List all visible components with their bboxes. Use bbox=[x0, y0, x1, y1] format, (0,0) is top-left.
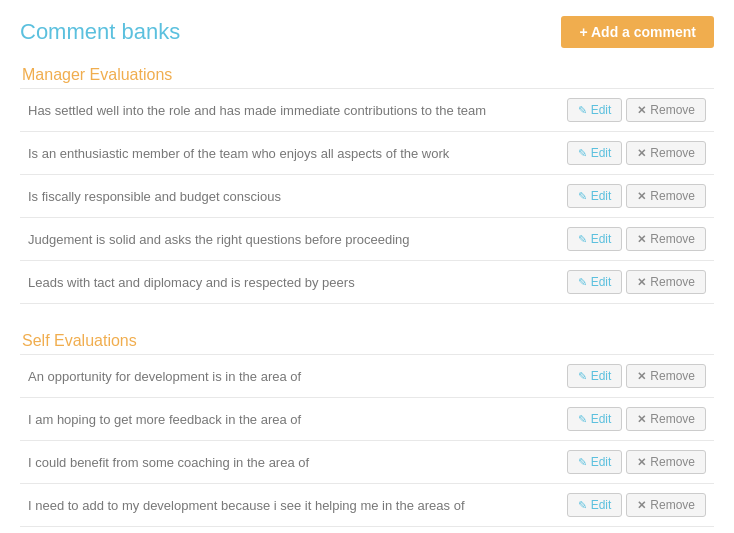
comment-text: Judgement is solid and asks the right qu… bbox=[20, 218, 555, 261]
remove-icon: ✕ bbox=[637, 413, 646, 426]
section-spacer bbox=[20, 324, 714, 332]
comment-text: An opportunity for development is in the… bbox=[20, 355, 555, 398]
edit-label: Edit bbox=[591, 146, 612, 160]
table-row: Has settled well into the role and has m… bbox=[20, 89, 714, 132]
remove-label: Remove bbox=[650, 455, 695, 469]
remove-button[interactable]: ✕Remove bbox=[626, 450, 706, 474]
remove-label: Remove bbox=[650, 369, 695, 383]
comment-text: Is an enthusiastic member of the team wh… bbox=[20, 132, 555, 175]
remove-icon: ✕ bbox=[637, 104, 646, 117]
comment-text: Has settled well into the role and has m… bbox=[20, 89, 555, 132]
remove-label: Remove bbox=[650, 275, 695, 289]
remove-label: Remove bbox=[650, 146, 695, 160]
edit-icon: ✎ bbox=[578, 233, 587, 246]
remove-label: Remove bbox=[650, 412, 695, 426]
comment-actions: ✎Edit✕Remove bbox=[555, 89, 714, 132]
comment-text: I need to add to my development because … bbox=[20, 484, 555, 527]
comment-actions: ✎Edit✕Remove bbox=[555, 218, 714, 261]
comment-actions: ✎Edit✕Remove bbox=[555, 355, 714, 398]
edit-button[interactable]: ✎Edit bbox=[567, 364, 623, 388]
remove-icon: ✕ bbox=[637, 499, 646, 512]
section-self-evaluations: Self EvaluationsAn opportunity for devel… bbox=[20, 332, 714, 533]
remove-label: Remove bbox=[650, 232, 695, 246]
edit-icon: ✎ bbox=[578, 276, 587, 289]
comment-actions: ✎Edit✕Remove bbox=[555, 398, 714, 441]
edit-button[interactable]: ✎Edit bbox=[567, 493, 623, 517]
table-row: I could benefit from some coaching in th… bbox=[20, 441, 714, 484]
remove-icon: ✕ bbox=[637, 370, 646, 383]
remove-label: Remove bbox=[650, 498, 695, 512]
edit-label: Edit bbox=[591, 275, 612, 289]
comment-text: Leads with tact and diplomacy and is res… bbox=[20, 261, 555, 304]
table-row: I am hoping to get more feedback in the … bbox=[20, 398, 714, 441]
remove-button[interactable]: ✕Remove bbox=[626, 98, 706, 122]
remove-label: Remove bbox=[650, 103, 695, 117]
edit-button[interactable]: ✎Edit bbox=[567, 227, 623, 251]
edit-label: Edit bbox=[591, 103, 612, 117]
edit-icon: ✎ bbox=[578, 456, 587, 469]
table-row: I need to add to my development because … bbox=[20, 484, 714, 527]
remove-icon: ✕ bbox=[637, 147, 646, 160]
page-title: Comment banks bbox=[20, 19, 180, 45]
edit-icon: ✎ bbox=[578, 190, 587, 203]
edit-label: Edit bbox=[591, 369, 612, 383]
edit-button[interactable]: ✎Edit bbox=[567, 141, 623, 165]
remove-button[interactable]: ✕Remove bbox=[626, 184, 706, 208]
remove-icon: ✕ bbox=[637, 456, 646, 469]
table-row: I need to ask for help more often, parti… bbox=[20, 527, 714, 534]
comment-actions: ✎Edit✕Remove bbox=[555, 261, 714, 304]
remove-icon: ✕ bbox=[637, 233, 646, 246]
edit-icon: ✎ bbox=[578, 499, 587, 512]
comment-text: Is fiscally responsible and budget consc… bbox=[20, 175, 555, 218]
remove-button[interactable]: ✕Remove bbox=[626, 270, 706, 294]
table-row: An opportunity for development is in the… bbox=[20, 355, 714, 398]
edit-icon: ✎ bbox=[578, 104, 587, 117]
page-header: Comment banks + Add a comment bbox=[20, 16, 714, 48]
remove-button[interactable]: ✕Remove bbox=[626, 227, 706, 251]
section-title-manager-evaluations: Manager Evaluations bbox=[20, 66, 714, 84]
edit-label: Edit bbox=[591, 189, 612, 203]
remove-button[interactable]: ✕Remove bbox=[626, 141, 706, 165]
edit-label: Edit bbox=[591, 455, 612, 469]
comment-actions: ✎Edit✕Remove bbox=[555, 484, 714, 527]
edit-button[interactable]: ✎Edit bbox=[567, 407, 623, 431]
edit-icon: ✎ bbox=[578, 370, 587, 383]
comment-text: I need to ask for help more often, parti… bbox=[20, 527, 555, 534]
table-row: Is fiscally responsible and budget consc… bbox=[20, 175, 714, 218]
section-title-self-evaluations: Self Evaluations bbox=[20, 332, 714, 350]
comment-table-self-evaluations: An opportunity for development is in the… bbox=[20, 354, 714, 533]
comment-text: I could benefit from some coaching in th… bbox=[20, 441, 555, 484]
comment-table-manager-evaluations: Has settled well into the role and has m… bbox=[20, 88, 714, 304]
remove-icon: ✕ bbox=[637, 276, 646, 289]
sections-container: Manager EvaluationsHas settled well into… bbox=[20, 66, 714, 533]
edit-button[interactable]: ✎Edit bbox=[567, 450, 623, 474]
comment-actions: ✎Edit✕Remove bbox=[555, 527, 714, 534]
table-row: Judgement is solid and asks the right qu… bbox=[20, 218, 714, 261]
edit-button[interactable]: ✎Edit bbox=[567, 98, 623, 122]
remove-button[interactable]: ✕Remove bbox=[626, 493, 706, 517]
edit-label: Edit bbox=[591, 498, 612, 512]
edit-button[interactable]: ✎Edit bbox=[567, 270, 623, 294]
edit-icon: ✎ bbox=[578, 413, 587, 426]
remove-button[interactable]: ✕Remove bbox=[626, 364, 706, 388]
comment-actions: ✎Edit✕Remove bbox=[555, 175, 714, 218]
table-row: Leads with tact and diplomacy and is res… bbox=[20, 261, 714, 304]
edit-icon: ✎ bbox=[578, 147, 587, 160]
remove-label: Remove bbox=[650, 189, 695, 203]
edit-label: Edit bbox=[591, 232, 612, 246]
edit-button[interactable]: ✎Edit bbox=[567, 184, 623, 208]
page-container: Comment banks + Add a comment Manager Ev… bbox=[0, 0, 734, 533]
remove-icon: ✕ bbox=[637, 190, 646, 203]
comment-text: I am hoping to get more feedback in the … bbox=[20, 398, 555, 441]
comment-actions: ✎Edit✕Remove bbox=[555, 132, 714, 175]
section-manager-evaluations: Manager EvaluationsHas settled well into… bbox=[20, 66, 714, 332]
remove-button[interactable]: ✕Remove bbox=[626, 407, 706, 431]
comment-actions: ✎Edit✕Remove bbox=[555, 441, 714, 484]
add-comment-button[interactable]: + Add a comment bbox=[561, 16, 714, 48]
table-row: Is an enthusiastic member of the team wh… bbox=[20, 132, 714, 175]
edit-label: Edit bbox=[591, 412, 612, 426]
